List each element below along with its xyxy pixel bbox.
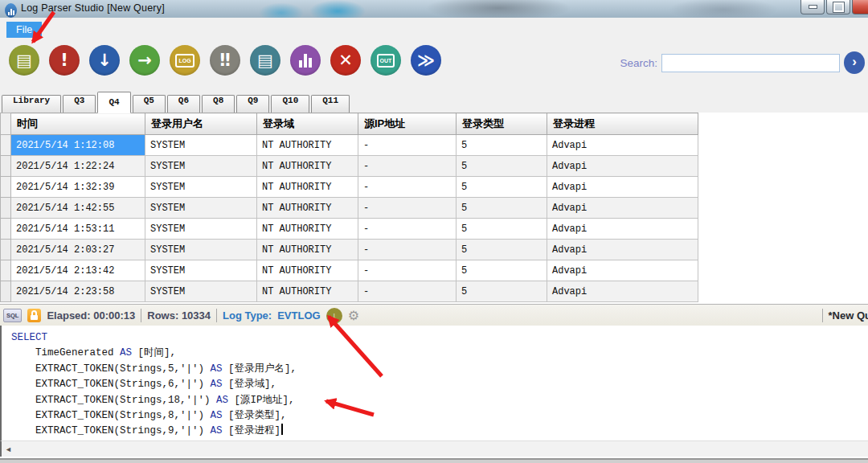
cell[interactable]: NT AUTHORITY [257, 135, 358, 156]
cell[interactable]: 5 [457, 281, 547, 302]
cell[interactable]: Advapi [547, 198, 698, 219]
row-selector[interactable] [1, 240, 11, 260]
menu-file[interactable]: File [6, 22, 42, 38]
close-button[interactable] [852, 0, 868, 14]
cell[interactable]: Advapi [547, 219, 698, 240]
cell[interactable]: SYSTEM [145, 198, 257, 219]
search-input[interactable] [661, 54, 840, 72]
tab-q9[interactable]: Q9 [236, 95, 269, 113]
horizontal-scrollbar[interactable]: ◄ [0, 440, 868, 457]
row-selector[interactable] [1, 219, 11, 240]
powershell-button[interactable]: ≫ [411, 45, 441, 76]
cell[interactable]: SYSTEM [145, 135, 257, 156]
cell[interactable]: NT AUTHORITY [257, 240, 358, 260]
table-row[interactable]: 2021/5/14 1:42:55SYSTEMNT AUTHORITY-5Adv… [1, 198, 698, 219]
cell[interactable]: - [358, 156, 457, 177]
table-row[interactable]: 2021/5/14 2:03:27SYSTEMNT AUTHORITY-5Adv… [1, 240, 698, 260]
cell[interactable]: Advapi [547, 240, 698, 260]
cell[interactable]: SYSTEM [145, 240, 257, 260]
gear-icon[interactable]: ⚙ [348, 308, 359, 323]
column-header[interactable]: 登录用户名 [145, 113, 257, 135]
table-row[interactable]: 2021/5/14 1:12:08SYSTEMNT AUTHORITY-5Adv… [1, 135, 698, 156]
cell[interactable]: 5 [457, 156, 547, 177]
row-selector[interactable] [1, 156, 11, 177]
cell[interactable]: - [358, 219, 457, 240]
open-log-button[interactable]: LOG [170, 45, 200, 76]
maximize-button[interactable] [826, 0, 850, 14]
tab-q6[interactable]: Q6 [167, 95, 200, 113]
chart-button[interactable] [290, 45, 321, 76]
row-selector[interactable] [1, 135, 11, 156]
tab-q10[interactable]: Q10 [271, 95, 309, 113]
query-doc-button[interactable]: ▤ [250, 45, 280, 76]
tab-q5[interactable]: Q5 [133, 95, 166, 113]
cell[interactable]: Advapi [547, 135, 698, 156]
cell[interactable]: 5 [457, 219, 547, 240]
table-row[interactable]: 2021/5/14 1:22:24SYSTEMNT AUTHORITY-5Adv… [1, 156, 698, 177]
row-selector[interactable] [1, 177, 11, 198]
cancel-button[interactable]: ✕ [330, 45, 361, 76]
download-button[interactable]: ↓ [89, 45, 120, 76]
cell[interactable]: 5 [457, 198, 547, 219]
scroll-left-icon[interactable]: ◄ [5, 445, 12, 453]
tab-q4[interactable]: Q4 [97, 92, 130, 113]
column-header[interactable]: 登录域 [257, 113, 358, 135]
cell[interactable]: NT AUTHORITY [257, 198, 358, 219]
cell[interactable]: NT AUTHORITY [257, 281, 358, 302]
cell[interactable]: 2021/5/14 1:12:08 [11, 135, 145, 156]
cell[interactable]: 5 [457, 240, 547, 260]
cell[interactable]: SYSTEM [145, 219, 257, 240]
table-row[interactable]: 2021/5/14 2:13:42SYSTEMNT AUTHORITY-5Adv… [1, 260, 698, 281]
column-header[interactable]: 源IP地址 [358, 113, 457, 135]
log-type-dropdown-button[interactable]: ↓ [326, 308, 342, 324]
cell[interactable]: 5 [457, 260, 547, 281]
column-header[interactable]: 登录类型 [457, 113, 547, 135]
tab-q11[interactable]: Q11 [311, 95, 350, 113]
cell[interactable]: 2021/5/14 1:42:55 [11, 198, 145, 219]
cell[interactable]: Advapi [547, 177, 698, 198]
row-selector[interactable] [1, 281, 11, 302]
cell[interactable]: 2021/5/14 1:53:11 [11, 219, 145, 240]
cell[interactable]: SYSTEM [145, 156, 257, 177]
cell[interactable]: 5 [457, 135, 547, 156]
new-query-button[interactable]: ▤ [9, 45, 39, 76]
table-row[interactable]: 2021/5/14 1:32:39SYSTEMNT AUTHORITY-5Adv… [1, 177, 698, 198]
cell[interactable]: 2021/5/14 2:23:58 [11, 281, 145, 302]
cell[interactable]: NT AUTHORITY [257, 260, 358, 281]
cell[interactable]: - [358, 198, 457, 219]
search-go-button[interactable]: › [844, 51, 865, 74]
tab-q8[interactable]: Q8 [202, 95, 235, 113]
table-row[interactable]: 2021/5/14 1:53:11SYSTEMNT AUTHORITY-5Adv… [1, 219, 698, 240]
column-header[interactable]: 时间 [11, 113, 145, 135]
cell[interactable]: 5 [457, 177, 547, 198]
tab-q3[interactable]: Q3 [63, 95, 96, 113]
cell[interactable]: NT AUTHORITY [257, 219, 358, 240]
cell[interactable]: Advapi [547, 260, 698, 281]
table-row[interactable]: 2021/5/14 2:23:58SYSTEMNT AUTHORITY-5Adv… [1, 281, 698, 302]
tab-library[interactable]: Library [2, 95, 61, 113]
cell[interactable]: NT AUTHORITY [257, 177, 358, 198]
cell[interactable]: Advapi [547, 156, 698, 177]
output-folder-button[interactable]: OUT [371, 45, 401, 76]
lock-icon[interactable] [27, 309, 41, 322]
cell[interactable]: NT AUTHORITY [257, 156, 358, 177]
cell[interactable]: SYSTEM [145, 281, 257, 302]
stop-button[interactable]: ! [49, 45, 80, 76]
cell[interactable]: SYSTEM [145, 260, 257, 281]
cell[interactable]: SYSTEM [145, 177, 257, 198]
cell[interactable]: 2021/5/14 2:13:42 [11, 260, 145, 281]
cell[interactable]: - [358, 135, 457, 156]
query-editor[interactable]: SELECT TimeGenerated AS [时间], EXTRACT_TO… [0, 326, 868, 445]
row-selector[interactable] [1, 198, 11, 219]
column-header[interactable]: 登录进程 [547, 113, 698, 135]
cell[interactable]: Advapi [547, 281, 698, 302]
cell[interactable]: 2021/5/14 2:03:27 [11, 240, 145, 260]
cell[interactable]: - [358, 240, 457, 260]
cell[interactable]: - [358, 260, 457, 281]
cell[interactable]: - [358, 281, 457, 302]
cell[interactable]: 2021/5/14 1:32:39 [11, 177, 145, 198]
minimize-button[interactable] [800, 0, 825, 14]
log-type-value[interactable]: EVTLOG [277, 309, 320, 322]
row-selector[interactable] [1, 260, 11, 281]
cell[interactable]: 2021/5/14 1:22:24 [11, 156, 145, 177]
